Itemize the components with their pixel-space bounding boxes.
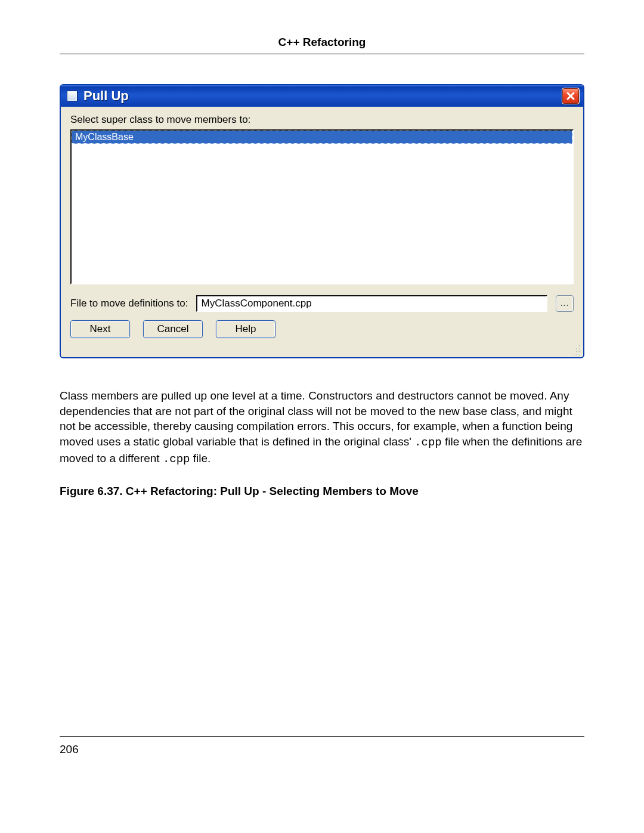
paragraph-text: file. — [190, 452, 210, 465]
body-paragraph: Class members are pulled up one level at… — [60, 388, 584, 467]
dialog-title: Pull Up — [83, 88, 562, 104]
file-to-move-label: File to move definitions to: — [70, 298, 188, 309]
help-button[interactable]: Help — [216, 320, 275, 338]
page-number: 206 — [60, 743, 79, 755]
dialog-body: Select super class to move members to: M… — [61, 107, 583, 344]
file-path-input[interactable] — [196, 295, 547, 312]
next-button[interactable]: Next — [70, 320, 130, 338]
select-super-class-label: Select super class to move members to: — [70, 114, 574, 126]
figure-caption: Figure 6.37. C++ Refactoring: Pull Up - … — [60, 485, 584, 498]
code-cpp-2: .cpp — [163, 453, 190, 466]
page-footer: 206 — [60, 736, 584, 756]
super-class-listbox[interactable]: MyClassBase — [70, 129, 574, 284]
cancel-button[interactable]: Cancel — [143, 320, 203, 338]
browse-button[interactable]: ... — [556, 295, 574, 312]
pull-up-dialog: Pull Up Select super class to move membe… — [60, 84, 584, 358]
page-header: C++ Refactoring — [60, 36, 584, 54]
resize-grip-icon[interactable]: .:.:: — [61, 344, 583, 357]
code-cpp-1: .cpp — [414, 436, 442, 449]
titlebar: Pull Up — [61, 85, 583, 107]
app-icon — [67, 91, 78, 101]
close-icon[interactable] — [562, 88, 580, 104]
list-item[interactable]: MyClassBase — [72, 131, 572, 144]
